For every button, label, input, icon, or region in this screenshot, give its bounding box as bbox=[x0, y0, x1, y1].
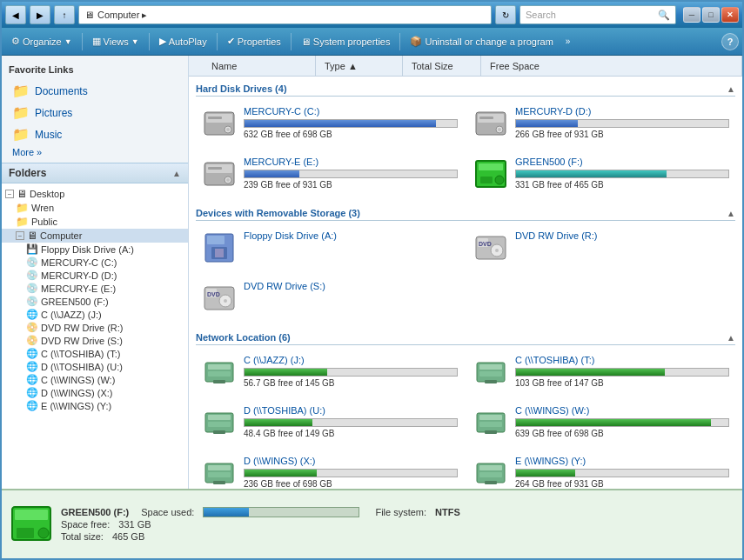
uninstall-icon: 📦 bbox=[410, 36, 422, 47]
tree-mercury-d[interactable]: 💿 MERCURY-D (D:) bbox=[2, 269, 188, 282]
svg-point-3 bbox=[226, 128, 230, 131]
folders-header[interactable]: Folders ▲ bbox=[2, 163, 188, 183]
documents-icon: 📁 bbox=[12, 83, 30, 99]
svg-point-13 bbox=[226, 178, 230, 182]
wings-x-icon: 🌐 bbox=[26, 387, 38, 398]
breadcrumb[interactable]: 🖥 Computer ▸ bbox=[78, 5, 492, 24]
section-removable-title: Devices with Removable Storage (3) bbox=[196, 208, 360, 218]
toolbar-more[interactable]: » bbox=[561, 34, 575, 49]
views-arrow: ▼ bbox=[131, 37, 139, 46]
properties-button[interactable]: ✔ Properties bbox=[221, 33, 287, 50]
tree-toshiba-t[interactable]: 🌐 C (\\TOSHIBA) (T:) bbox=[2, 347, 188, 360]
status-fs-label: File system: bbox=[375, 507, 426, 517]
wren-icon: 📁 bbox=[16, 202, 29, 214]
section-network-arrow[interactable]: ▲ bbox=[727, 333, 735, 343]
organize-arrow: ▼ bbox=[64, 37, 72, 46]
drive-wings-x[interactable]: D (\\WINGS) (X:) 236 GB free of 698 GB bbox=[196, 450, 464, 489]
search-placeholder: Search bbox=[526, 10, 556, 20]
tree-green500[interactable]: 💿 GREEN500 (F:) bbox=[2, 295, 188, 308]
dvd-r-icon: 📀 bbox=[26, 322, 38, 333]
tree-dvd-s[interactable]: 📀 DVD RW Drive (S:) bbox=[2, 334, 188, 347]
search-box[interactable]: Search 🔍 bbox=[519, 5, 676, 24]
tree-wings-y[interactable]: 🌐 E (\\WINGS) (Y:) bbox=[2, 399, 188, 412]
toshiba-t-size: 103 GB free of 147 GB bbox=[515, 378, 729, 388]
floppy-tree-icon: 💾 bbox=[26, 243, 38, 255]
svg-point-32 bbox=[224, 299, 227, 303]
section-hdd-title: Hard Disk Drives (4) bbox=[196, 83, 287, 94]
forward-button[interactable]: ▶ bbox=[30, 5, 50, 24]
svg-rect-4 bbox=[208, 117, 222, 119]
refresh-button[interactable]: ↻ bbox=[495, 5, 516, 24]
status-space-used-label: Space used: bbox=[141, 507, 194, 517]
jazz-bar-container bbox=[244, 368, 458, 377]
fav-documents[interactable]: 📁 Documents bbox=[9, 80, 188, 102]
col-name-header[interactable]: Name bbox=[203, 56, 316, 76]
tree-wren[interactable]: 📁 Wren bbox=[2, 201, 188, 215]
drive-mercury-d[interactable]: MERCURY-D (D:) 266 GB free of 931 GB bbox=[467, 100, 735, 147]
close-button[interactable]: ✕ bbox=[721, 7, 739, 23]
drive-wings-w[interactable]: C (\\WINGS) (W:) 639 GB free of 698 GB bbox=[467, 399, 735, 446]
dvd-s-info: DVD RW Drive (S:) bbox=[244, 281, 458, 294]
fav-pictures[interactable]: 📁 Pictures bbox=[9, 102, 188, 123]
drive-dvd-s[interactable]: DVD DVD RW Drive (S:) bbox=[196, 275, 464, 322]
svg-rect-22 bbox=[215, 249, 224, 257]
tree-computer[interactable]: − 🖥 Computer bbox=[2, 229, 188, 243]
maximize-button[interactable]: □ bbox=[702, 7, 720, 23]
computer-icon: 🖥 bbox=[84, 10, 94, 20]
col-free-header[interactable]: Free Space bbox=[481, 56, 742, 76]
tree-wings-w[interactable]: 🌐 C (\\WINGS) (W:) bbox=[2, 373, 188, 386]
svg-point-17 bbox=[495, 176, 504, 184]
minimize-button[interactable]: ─ bbox=[683, 7, 700, 23]
tree-mercury-c[interactable]: 💿 MERCURY-C (C:) bbox=[2, 256, 188, 269]
status-total-value: 465 GB bbox=[112, 531, 144, 542]
svg-rect-47 bbox=[479, 422, 502, 427]
jazz-info: C (\\JAZZ) (J:) 56.7 GB free of 145 GB bbox=[244, 355, 458, 388]
col-total-header[interactable]: Total Size bbox=[403, 56, 481, 76]
views-button[interactable]: ▦ Views ▼ bbox=[86, 33, 145, 50]
help-button[interactable]: ? bbox=[721, 33, 739, 50]
tree-dvd-r[interactable]: 📀 DVD RW Drive (R:) bbox=[2, 321, 188, 334]
drive-mercury-e[interactable]: MERCURY-E (E:) 239 GB free of 931 GB bbox=[196, 150, 464, 197]
titlebar: ◀ ▶ ↑ 🖥 Computer ▸ ↻ Search 🔍 ─ □ ✕ bbox=[2, 2, 742, 28]
more-link[interactable]: More » bbox=[9, 145, 188, 159]
music-icon: 📁 bbox=[12, 126, 30, 143]
back-button[interactable]: ◀ bbox=[5, 5, 26, 24]
drive-wings-y[interactable]: E (\\WINGS) (Y:) 264 GB free of 931 GB bbox=[467, 450, 735, 489]
wings-w-icon: 🌐 bbox=[26, 374, 38, 385]
autoplay-label: AutoPlay bbox=[169, 37, 207, 47]
tree-floppy[interactable]: 💾 Floppy Disk Drive (A:) bbox=[2, 243, 188, 256]
drive-jazz[interactable]: C (\\JAZZ) (J:) 56.7 GB free of 145 GB bbox=[196, 349, 464, 396]
properties-label: Properties bbox=[238, 37, 281, 47]
section-removable-arrow[interactable]: ▲ bbox=[727, 209, 735, 218]
search-icon: 🔍 bbox=[658, 10, 670, 21]
drive-c-bar bbox=[245, 120, 436, 127]
tree-mercury-e[interactable]: 💿 MERCURY-E (E:) bbox=[2, 282, 188, 295]
up-button[interactable]: ↑ bbox=[54, 5, 75, 24]
autoplay-button[interactable]: ▶ AutoPlay bbox=[153, 33, 213, 50]
svg-rect-20 bbox=[207, 236, 225, 244]
wings-w-size: 639 GB free of 698 GB bbox=[515, 429, 729, 438]
tree-jazz[interactable]: 🌐 C (\\JAZZ) (J:) bbox=[2, 308, 188, 321]
drive-floppy[interactable]: Floppy Disk Drive (A:) bbox=[196, 224, 464, 271]
drive-e-bar bbox=[245, 170, 299, 177]
drive-f-info: GREEN500 (F:) 331 GB free of 465 GB bbox=[515, 157, 729, 190]
organize-button[interactable]: ⚙ Organize ▼ bbox=[5, 33, 78, 50]
drive-green500[interactable]: GREEN500 (F:) 331 GB free of 465 GB bbox=[467, 150, 735, 197]
col-type-header[interactable]: Type ▲ bbox=[316, 56, 403, 76]
tree-wings-x[interactable]: 🌐 D (\\WINGS) (X:) bbox=[2, 386, 188, 399]
toshiba-u-name: D (\\TOSHIBA) (U:) bbox=[244, 405, 458, 416]
tree-desktop[interactable]: − 🖥 Desktop bbox=[2, 187, 188, 201]
tree-public[interactable]: 📁 Public bbox=[2, 215, 188, 229]
fav-music[interactable]: 📁 Music bbox=[9, 123, 188, 145]
section-hdd-arrow[interactable]: ▲ bbox=[727, 84, 735, 94]
drive-dvd-r[interactable]: DVD DVD RW Drive (R:) bbox=[467, 224, 735, 271]
system-properties-button[interactable]: 🖥 System properties bbox=[295, 34, 397, 50]
uninstall-button[interactable]: 📦 Uninstall or change a program bbox=[404, 33, 559, 50]
drive-toshiba-u[interactable]: D (\\TOSHIBA) (U:) 48.4 GB free of 149 G… bbox=[196, 399, 464, 446]
expand-computer[interactable]: − bbox=[16, 231, 24, 240]
expand-desktop[interactable]: − bbox=[5, 190, 14, 198]
autoplay-icon: ▶ bbox=[159, 36, 166, 47]
drive-mercury-c[interactable]: MERCURY-C (C:) 632 GB free of 698 GB bbox=[196, 100, 464, 147]
drive-toshiba-t[interactable]: C (\\TOSHIBA) (T:) 103 GB free of 147 GB bbox=[467, 349, 735, 396]
tree-toshiba-u[interactable]: 🌐 D (\\TOSHIBA) (U:) bbox=[2, 360, 188, 373]
